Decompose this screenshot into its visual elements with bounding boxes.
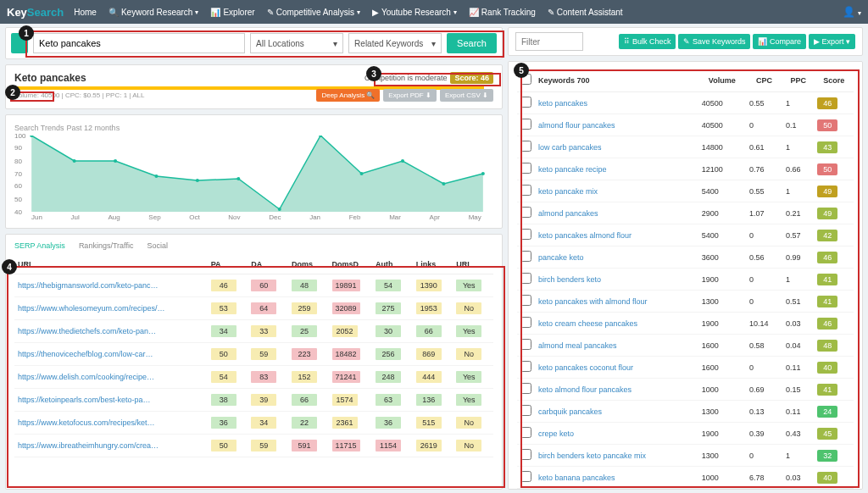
compare-button[interactable]: 📊 Compare — [753, 34, 806, 49]
keyword-link[interactable]: keto pancakes — [538, 99, 587, 108]
keyword-link[interactable]: keto pancakes almond flour — [538, 231, 632, 240]
serp-panel: SERP Analysis Rankings/Traffic Social UR… — [5, 234, 503, 490]
keyword-link[interactable]: keto banana pancakes — [538, 474, 615, 482]
nav-youtube[interactable]: ▶ Youtube Research ▾ — [372, 8, 457, 17]
keyword-row: carbquik pancakes13000.130.1124 — [517, 401, 854, 423]
keyword-link[interactable]: keto pancakes coconut flour — [538, 363, 633, 372]
keyword-link[interactable]: pancake keto — [538, 253, 584, 262]
svg-point-5 — [236, 177, 240, 180]
location-select[interactable]: All Locations▾ — [250, 33, 343, 53]
export-csv-button[interactable]: Export CSV ⬇ — [440, 89, 493, 102]
trends-chart: 100 90 80 70 60 50 40 — [14, 136, 493, 212]
keyword-link[interactable]: almond pancakes — [538, 209, 598, 218]
serp-row: https://www.ketofocus.com/recipes/ket…36… — [14, 412, 493, 435]
row-checkbox[interactable] — [520, 427, 531, 438]
score-badge: 48 — [817, 340, 837, 352]
save-keywords-button[interactable]: ✎ Save Keywords — [678, 34, 750, 49]
score-badge: 32 — [817, 450, 837, 462]
keyword-row: keto banana pancakes10006.780.0340 — [517, 467, 854, 489]
user-menu[interactable]: 👤 ▾ — [843, 6, 861, 18]
row-checkbox[interactable] — [520, 295, 531, 306]
nav-explorer[interactable]: 📊 Explorer — [210, 8, 254, 17]
keyword-link[interactable]: keto pancakes with almond flour — [538, 297, 648, 306]
svg-point-4 — [196, 179, 199, 182]
row-checkbox[interactable] — [520, 185, 531, 196]
serp-url[interactable]: https://www.wholesomeyum.com/recipes/… — [18, 304, 165, 313]
nav-content[interactable]: ✎ Content Assistant — [548, 8, 623, 17]
export-pdf-button[interactable]: Export PDF ⬇ — [383, 89, 437, 102]
row-checkbox[interactable] — [520, 361, 531, 372]
serp-url[interactable]: https://www.delish.com/cooking/recipe… — [18, 373, 154, 381]
svg-point-2 — [114, 159, 117, 163]
logo: KeySearch — [7, 6, 64, 19]
keyword-row: keto pancake recipe121000.760.6650 — [517, 158, 854, 180]
keyword-link[interactable]: birch benders keto pancake mix — [538, 451, 646, 460]
keyword-link[interactable]: birch benders keto — [538, 275, 601, 284]
tab-rankings[interactable]: Rankings/Traffic — [79, 241, 134, 250]
row-checkbox[interactable] — [520, 405, 531, 416]
serp-url[interactable]: https://www.ketofocus.com/recipes/ket… — [18, 418, 155, 427]
row-checkbox[interactable] — [520, 251, 531, 262]
tab-serp[interactable]: SERP Analysis — [14, 241, 65, 250]
score-badge: 49 — [817, 186, 837, 197]
row-checkbox[interactable] — [520, 97, 531, 108]
row-checkbox[interactable] — [520, 163, 531, 174]
keyword-link[interactable]: crepe keto — [538, 429, 574, 438]
nav-keyword-research[interactable]: 🔍 Keyword Research ▾ — [108, 8, 198, 17]
keyword-link[interactable]: low carb pancakes — [538, 143, 602, 152]
tab-social[interactable]: Social — [147, 241, 168, 250]
filter-input[interactable] — [515, 32, 583, 51]
keyword-link[interactable]: keto almond flour pancakes — [538, 385, 632, 394]
row-checkbox[interactable] — [520, 273, 531, 284]
score-badge: 41 — [817, 384, 837, 396]
serp-url[interactable]: https://www.ibreatheimhungry.com/crea… — [18, 441, 159, 450]
score-badge: 45 — [817, 428, 837, 440]
svg-point-1 — [73, 159, 76, 163]
keyword-link[interactable]: almond meal pancakes — [538, 341, 617, 350]
serp-table: URLPADADomsDomsDAuthLinksURL https://the… — [14, 255, 493, 457]
row-checkbox[interactable] — [520, 119, 531, 130]
deep-analysis-button[interactable]: Deep Analysis 🔍 — [316, 89, 380, 102]
keyword-link[interactable]: carbquik pancakes — [538, 407, 602, 416]
nav-home[interactable]: Home — [74, 8, 97, 17]
row-checkbox[interactable] — [520, 471, 531, 482]
score-badge: 46 — [817, 318, 837, 330]
keyword-row: keto pancake mix54000.55149 — [517, 180, 854, 202]
keyword-row: pancake keto36000.560.9946 — [517, 246, 854, 269]
select-all-checkbox[interactable] — [520, 74, 531, 85]
keyword-link[interactable]: keto pancake mix — [538, 187, 598, 196]
keyword-input[interactable] — [33, 33, 245, 53]
export-button[interactable]: ▶ Export ▾ — [809, 34, 855, 49]
row-checkbox[interactable] — [520, 229, 531, 240]
right-toolbar: ⠿ Bulk Check ✎ Save Keywords 📊 Compare ▶… — [508, 27, 863, 56]
row-checkbox[interactable] — [520, 383, 531, 394]
keyword-row: keto pancakes405000.55146 — [517, 92, 854, 114]
score-badge: 50 — [817, 119, 837, 131]
row-checkbox[interactable] — [520, 141, 531, 152]
keyword-row: almond pancakes29001.070.2149 — [517, 202, 854, 224]
competition-score-badge: Score: 46 — [450, 72, 493, 84]
keyword-link[interactable]: almond flour pancakes — [538, 121, 615, 130]
serp-row: https://www.wholesomeyum.com/recipes/…53… — [14, 297, 493, 320]
serp-url[interactable]: https://thebigmansworld.com/keto-panc… — [18, 281, 159, 290]
nav-rank[interactable]: 📈 Rank Tracking — [469, 8, 536, 17]
serp-url[interactable]: https://www.thedietchefs.com/keto-pan… — [18, 327, 156, 335]
search-button[interactable]: Search — [447, 33, 497, 53]
score-badge: 49 — [817, 208, 837, 219]
row-checkbox[interactable] — [520, 449, 531, 460]
nav-competitive[interactable]: ✎ Competitive Analysis ▾ — [267, 8, 360, 17]
competition: Competition is moderate Score: 46 — [364, 72, 493, 84]
row-checkbox[interactable] — [520, 317, 531, 328]
keyword-link[interactable]: keto cream cheese pancakes — [538, 319, 637, 328]
score-badge: 40 — [817, 472, 837, 484]
keyword-row: almond flour pancakes4050000.150 — [517, 114, 854, 136]
serp-url[interactable]: https://thenovicechefblog.com/low-car… — [18, 350, 153, 358]
top-nav: KeySearch Home 🔍 Keyword Research ▾ 📊 Ex… — [0, 0, 868, 24]
row-checkbox[interactable] — [520, 339, 531, 350]
row-checkbox[interactable] — [520, 207, 531, 218]
keyword-link[interactable]: keto pancake recipe — [538, 165, 607, 174]
serp-url[interactable]: https://ketoinpearls.com/best-keto-pa… — [18, 396, 151, 404]
svg-point-11 — [481, 172, 485, 175]
type-select[interactable]: Related Keywords▾ — [348, 33, 442, 53]
bulk-check-button[interactable]: ⠿ Bulk Check — [619, 34, 676, 49]
